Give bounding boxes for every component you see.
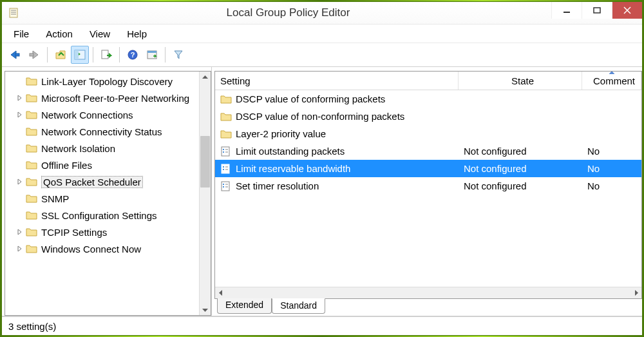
tree-item[interactable]: QoS Packet Scheduler: [5, 173, 199, 190]
tree-item[interactable]: Network Connectivity Status: [5, 123, 199, 140]
list-header: Setting State Comment: [215, 72, 641, 90]
folder-icon: [220, 129, 232, 139]
tree-item-label: Offline Files: [41, 160, 92, 171]
state-label: Not configured: [459, 180, 582, 191]
forward-button[interactable]: [25, 46, 43, 64]
view-tabs: Extended Standard: [214, 299, 642, 316]
tree-item-label: SSL Configuration Settings: [41, 210, 157, 221]
comment-label: No: [582, 180, 641, 191]
tree-scrollbar[interactable]: [199, 72, 211, 315]
expand-icon[interactable]: [17, 229, 23, 235]
setting-label: DSCP value of conforming packets: [236, 93, 385, 104]
scroll-up-icon[interactable]: [200, 72, 211, 82]
svg-rect-30: [223, 186, 224, 188]
tab-extended[interactable]: Extended: [217, 298, 272, 314]
tree-item-label: Network Connectivity Status: [41, 126, 162, 137]
setting-label: DSCP value of non-conforming packets: [236, 111, 404, 122]
expand-icon[interactable]: [17, 95, 23, 101]
up-button[interactable]: [52, 46, 70, 64]
list-hscrollbar[interactable]: [215, 287, 641, 298]
svg-rect-8: [15, 53, 19, 56]
tree-item-label: Windows Connect Now: [41, 244, 141, 255]
list-row[interactable]: Limit outstanding packetsNot configuredN…: [215, 142, 641, 160]
tree-item-label: QoS Packet Scheduler: [41, 176, 143, 188]
svg-rect-16: [147, 51, 156, 53]
window-controls: [551, 2, 642, 24]
svg-rect-5: [594, 8, 600, 13]
toolbar-separator: [119, 47, 120, 63]
state-label: Not configured: [459, 146, 582, 157]
tree-item[interactable]: Offline Files: [5, 157, 199, 173]
tree-pane: Link-Layer Topology DiscoveryMicrosoft P…: [2, 67, 212, 316]
properties-button[interactable]: [143, 46, 161, 64]
tree-item[interactable]: Network Connections: [5, 106, 199, 123]
list-row[interactable]: Layer-2 priority value: [215, 125, 641, 142]
tree-item-label: TCPIP Settings: [41, 227, 107, 238]
list-row[interactable]: Set timer resolutionNot configuredNo: [215, 177, 641, 195]
list-row[interactable]: DSCP value of non-conforming packets: [215, 108, 641, 125]
scroll-down-icon[interactable]: [200, 304, 211, 315]
folder-icon: [26, 227, 37, 237]
column-header-comment[interactable]: Comment: [582, 72, 641, 90]
maximize-button[interactable]: [582, 2, 612, 19]
list-pane: Setting State Comment DSCP value of conf…: [212, 67, 642, 316]
tree-item[interactable]: Windows Connect Now: [5, 240, 199, 257]
expand-icon[interactable]: [17, 246, 23, 252]
status-bar: 3 setting(s): [2, 316, 642, 335]
show-hide-tree-button[interactable]: [71, 46, 89, 64]
title-bar: Local Group Policy Editor: [2, 2, 642, 24]
minimize-button[interactable]: [551, 2, 582, 19]
settings-list: Setting State Comment DSCP value of conf…: [214, 71, 642, 299]
menu-view[interactable]: View: [82, 26, 118, 41]
tree-item-label: Network Isolation: [41, 143, 115, 154]
column-header-setting[interactable]: Setting: [215, 72, 459, 90]
comment-label: No: [582, 146, 641, 157]
setting-label: Limit outstanding packets: [236, 146, 345, 157]
back-button[interactable]: [6, 46, 24, 64]
app-window: Local Group Policy Editor File Action Vi…: [1, 1, 643, 336]
menu-help[interactable]: Help: [119, 26, 155, 41]
menu-file[interactable]: File: [6, 26, 37, 41]
menu-action[interactable]: Action: [38, 26, 80, 41]
close-button[interactable]: [612, 2, 642, 19]
svg-rect-28: [223, 184, 224, 185]
list-row[interactable]: Limit reservable bandwidthNot configured…: [215, 160, 641, 177]
folder-icon: [220, 94, 232, 104]
toolbar-separator: [93, 47, 93, 63]
tree-item-label: Microsoft Peer-to-Peer Networking: [41, 93, 189, 104]
tree-view[interactable]: Link-Layer Topology DiscoveryMicrosoft P…: [5, 71, 211, 316]
tree-item[interactable]: TCPIP Settings: [5, 224, 199, 240]
setting-label: Layer-2 priority value: [236, 128, 326, 139]
column-header-state[interactable]: State: [459, 72, 582, 90]
svg-rect-18: [223, 149, 224, 150]
status-text: 3 setting(s): [8, 321, 56, 332]
list-rows[interactable]: DSCP value of conforming packetsDSCP val…: [215, 90, 641, 287]
policy-icon: [220, 164, 232, 174]
svg-rect-11: [75, 50, 79, 59]
menu-bar: File Action View Help: [2, 24, 642, 43]
filter-button[interactable]: [169, 46, 187, 64]
toolbar-separator: [47, 47, 48, 63]
tree-item[interactable]: Microsoft Peer-to-Peer Networking: [5, 90, 199, 106]
tree-item[interactable]: SSL Configuration Settings: [5, 207, 199, 224]
scroll-right-icon[interactable]: [630, 290, 641, 296]
help-button[interactable]: ?: [124, 46, 142, 64]
svg-text:?: ?: [131, 51, 135, 59]
comment-label: No: [582, 163, 641, 174]
tree-item[interactable]: SNMP: [5, 190, 199, 207]
folder-icon: [26, 210, 37, 220]
setting-label: Set timer resolution: [236, 180, 319, 191]
tree-item[interactable]: Network Isolation: [5, 140, 199, 157]
scrollbar-thumb[interactable]: [200, 136, 210, 188]
tab-standard[interactable]: Standard: [272, 298, 325, 314]
policy-icon: [220, 181, 232, 191]
list-row[interactable]: DSCP value of conforming packets: [215, 90, 641, 108]
tree-item[interactable]: Link-Layer Topology Discovery: [5, 73, 199, 90]
folder-icon: [26, 93, 37, 103]
expand-icon[interactable]: [17, 178, 23, 185]
export-button[interactable]: [97, 46, 115, 64]
expand-icon[interactable]: [17, 111, 23, 118]
scroll-left-icon[interactable]: [215, 290, 226, 296]
toolbar-separator: [165, 47, 166, 63]
folder-icon: [26, 177, 37, 187]
